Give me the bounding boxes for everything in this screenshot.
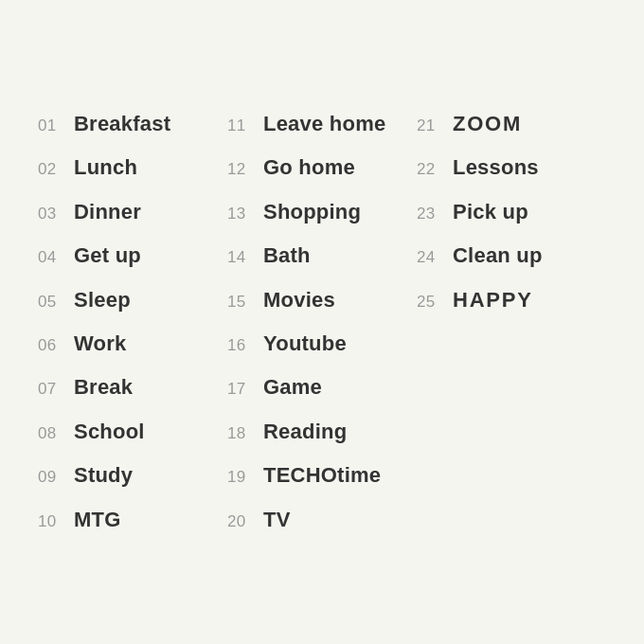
- item-number: 24: [417, 248, 445, 267]
- list-item: 06Work: [38, 322, 227, 366]
- list-item: 08School: [38, 410, 227, 454]
- list-item: 03Dinner: [38, 190, 227, 234]
- item-number: 18: [227, 424, 256, 443]
- item-number: 01: [38, 116, 66, 135]
- list-item: 07Break: [38, 366, 227, 409]
- item-number: 09: [38, 468, 66, 487]
- item-label: Bath: [263, 243, 311, 268]
- item-label: Work: [74, 331, 126, 356]
- list-item: 24Clean up: [417, 234, 606, 277]
- item-label: Sleep: [74, 288, 131, 313]
- item-label: MTG: [74, 508, 121, 532]
- item-number: 17: [227, 380, 256, 399]
- item-number: 10: [38, 512, 66, 531]
- item-label: Study: [74, 463, 133, 488]
- item-label: Reading: [263, 420, 347, 444]
- item-number: 20: [227, 512, 256, 531]
- item-label: Dinner: [74, 200, 141, 224]
- item-number: 14: [227, 248, 256, 267]
- item-number: 25: [417, 293, 445, 312]
- item-label: HAPPY: [453, 288, 533, 313]
- column-2: 11Leave home12Go home13Shopping14Bath15M…: [227, 102, 417, 542]
- list-item: 15Movies: [227, 278, 417, 322]
- item-number: 13: [227, 205, 256, 224]
- list-item: 16Youtube: [227, 322, 417, 366]
- item-label: Game: [263, 375, 322, 400]
- item-number: 16: [227, 336, 256, 355]
- item-number: 02: [38, 160, 66, 179]
- item-number: 12: [227, 160, 256, 179]
- item-label: Break: [74, 375, 133, 400]
- list-item: 13Shopping: [227, 190, 417, 234]
- item-label: Breakfast: [74, 112, 170, 136]
- item-number: 19: [227, 468, 256, 487]
- item-label: Leave home: [263, 112, 385, 136]
- item-label: Movies: [263, 288, 335, 313]
- list-item: 25HAPPY: [417, 278, 606, 322]
- item-label: Lunch: [74, 155, 137, 180]
- main-container: 01Breakfast02Lunch03Dinner04Get up05Slee…: [19, 74, 625, 570]
- list-item: 05Sleep: [38, 278, 227, 322]
- item-label: ZOOM: [453, 112, 522, 136]
- item-number: 15: [227, 293, 256, 312]
- item-number: 07: [38, 380, 66, 399]
- item-label: TECHOtime: [263, 463, 381, 488]
- list-item: 21ZOOM: [417, 102, 606, 146]
- list-item: 12Go home: [227, 146, 417, 189]
- list-item: 09Study: [38, 454, 227, 497]
- item-number: 03: [38, 205, 66, 224]
- item-label: TV: [263, 508, 291, 532]
- list-item: 19TECHOtime: [227, 454, 417, 497]
- list-item: 14Bath: [227, 234, 417, 277]
- list-item: 10MTG: [38, 498, 227, 542]
- item-number: 08: [38, 424, 66, 443]
- item-number: 23: [417, 205, 445, 224]
- item-label: School: [74, 420, 145, 444]
- list-item: 22Lessons: [417, 146, 606, 189]
- list-item: 17Game: [227, 366, 417, 409]
- item-number: 11: [227, 116, 256, 135]
- item-number: 22: [417, 160, 445, 179]
- item-label: Go home: [263, 155, 355, 180]
- item-label: Clean up: [453, 243, 543, 268]
- list-item: 23Pick up: [417, 190, 606, 234]
- list-item: 20TV: [227, 498, 417, 542]
- list-item: 01Breakfast: [38, 102, 227, 146]
- column-3: 21ZOOM22Lessons23Pick up24Clean up25HAPP…: [417, 102, 606, 542]
- item-label: Get up: [74, 243, 141, 268]
- item-label: Shopping: [263, 200, 361, 224]
- item-number: 04: [38, 248, 66, 267]
- list-item: 04Get up: [38, 234, 227, 277]
- item-label: Lessons: [453, 155, 539, 180]
- item-number: 06: [38, 336, 66, 355]
- list-item: 18Reading: [227, 410, 417, 454]
- item-label: Youtube: [263, 331, 347, 356]
- list-item: 11Leave home: [227, 102, 417, 146]
- column-1: 01Breakfast02Lunch03Dinner04Get up05Slee…: [38, 102, 227, 542]
- item-label: Pick up: [453, 200, 528, 224]
- item-number: 21: [417, 116, 445, 135]
- item-number: 05: [38, 293, 66, 312]
- list-item: 02Lunch: [38, 146, 227, 189]
